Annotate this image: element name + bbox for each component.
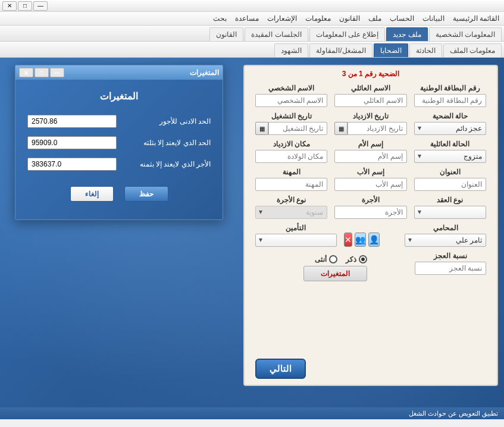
tab-accident[interactable]: الحادثة bbox=[409, 43, 442, 57]
tab-witnesses[interactable]: الشهود bbox=[274, 43, 308, 57]
label-fname: الاسم الشخصي bbox=[255, 84, 327, 92]
var-input-2[interactable] bbox=[27, 158, 117, 171]
tab-law[interactable]: القانون bbox=[209, 27, 243, 41]
input-wage[interactable] bbox=[334, 206, 406, 219]
input-mname[interactable] bbox=[334, 150, 406, 163]
dialog-max-button[interactable]: □ bbox=[35, 68, 49, 77]
label-wage: الأجرة bbox=[334, 196, 406, 204]
tab-victims[interactable]: الضحايا bbox=[374, 43, 408, 57]
input-bdate[interactable] bbox=[348, 122, 406, 135]
var-label-2: الأجر الذي لايعتد إلا بثمنه bbox=[124, 160, 211, 168]
label-disab: نسبة العجز bbox=[415, 252, 486, 260]
select-lawyer[interactable]: ثامر علي bbox=[405, 234, 486, 247]
menu-help[interactable]: مساعدة bbox=[235, 14, 259, 23]
tab-new-file[interactable]: ملف جديد bbox=[386, 27, 427, 41]
label-sdate: تاريخ التشغيل bbox=[255, 112, 327, 120]
statusbar: تطبيق التعويض عن حوادث الشغل bbox=[0, 407, 504, 419]
menu-account[interactable]: الحساب bbox=[390, 14, 414, 23]
input-job[interactable] bbox=[255, 178, 327, 191]
tab-employer[interactable]: المشغل/المقاولة bbox=[309, 43, 372, 57]
label-nid: رقم البطاقة الوطنية bbox=[414, 84, 486, 92]
label-addr: العنوان bbox=[414, 168, 486, 176]
radio-male[interactable]: ذكر bbox=[346, 255, 367, 263]
tab-personal-info[interactable]: المعلومات الشخصية bbox=[429, 27, 502, 41]
dialog-min-button[interactable]: — bbox=[50, 68, 64, 77]
workspace: الضحية رقم 1 من 3 رقم البطاقة الوطنية ال… bbox=[0, 58, 504, 419]
menu-data[interactable]: البيانات bbox=[422, 14, 444, 23]
dialog-heading: المتغيرات bbox=[27, 90, 211, 102]
input-fname[interactable] bbox=[255, 94, 327, 107]
input-lname[interactable] bbox=[334, 94, 406, 107]
select-ctype[interactable] bbox=[414, 206, 486, 219]
dialog-save-button[interactable]: حفظ bbox=[124, 186, 168, 202]
os-titlebar: — □ ✕ bbox=[0, 0, 504, 12]
add-user-icon[interactable]: 👤 bbox=[368, 233, 380, 247]
select-ins[interactable] bbox=[255, 234, 337, 247]
victim-form-panel: الضحية رقم 1 من 3 رقم البطاقة الوطنية ال… bbox=[243, 65, 498, 386]
label-lname: الاسم العائلي bbox=[334, 84, 406, 92]
input-faname[interactable] bbox=[334, 178, 406, 191]
menu-file[interactable]: ملف bbox=[368, 14, 381, 23]
os-max-button[interactable]: □ bbox=[18, 1, 32, 11]
variables-dialog: المتغيرات — □ ✕ المتغيرات الحد الادنى لل… bbox=[15, 65, 223, 220]
input-disab[interactable] bbox=[415, 262, 486, 275]
label-bdate: تاريخ الازدياد bbox=[334, 112, 406, 120]
input-addr[interactable] bbox=[414, 178, 486, 191]
label-mstate: الحالة العائلية bbox=[414, 140, 486, 148]
variables-button[interactable]: المتغيرات bbox=[303, 266, 367, 281]
panel-title: الضحية رقم 1 من 3 bbox=[255, 70, 486, 78]
calendar-icon[interactable]: ▦ bbox=[334, 122, 348, 135]
input-sdate[interactable] bbox=[268, 122, 327, 135]
label-lawyer: المحامي bbox=[405, 224, 486, 232]
var-input-1[interactable] bbox=[27, 136, 117, 149]
select-wtype[interactable]: سنوية bbox=[255, 206, 327, 219]
select-mstate[interactable]: متزوج bbox=[414, 150, 486, 163]
delete-icon[interactable]: ✕ bbox=[344, 233, 352, 247]
label-ins: التأمين bbox=[255, 224, 337, 232]
var-label-0: الحد الادنى للأجور bbox=[124, 117, 211, 125]
menu-search[interactable]: بحث bbox=[213, 14, 227, 23]
label-bplace: مكان الازدياد bbox=[255, 140, 327, 148]
tab-view-info[interactable]: إطلاع على المعلومات bbox=[309, 27, 386, 41]
label-vstate: حالة الضحية bbox=[414, 112, 486, 120]
menu-notifications[interactable]: الإشعارات bbox=[267, 14, 297, 23]
var-input-0[interactable] bbox=[27, 115, 117, 128]
label-ctype: نوع العقد bbox=[414, 196, 486, 204]
label-faname: إسم الأب bbox=[334, 168, 406, 176]
select-vstate[interactable]: عجز دائم bbox=[414, 122, 486, 135]
radio-female[interactable]: أنثى bbox=[315, 255, 337, 263]
secondary-tabs: معلومات الملف الحادثة الضحايا المشغل/الم… bbox=[0, 42, 504, 58]
label-wtype: نوع الأجرة bbox=[255, 196, 327, 204]
calendar-icon[interactable]: ▦ bbox=[255, 122, 268, 135]
dialog-title-text: المتغيرات bbox=[190, 68, 219, 77]
menu-info[interactable]: معلومات bbox=[305, 14, 331, 23]
label-job: المهنة bbox=[255, 168, 327, 176]
os-min-button[interactable]: — bbox=[33, 1, 48, 11]
var-label-1: الحد الذي لايعتد إلا بثلثه bbox=[124, 139, 211, 147]
input-nid[interactable] bbox=[414, 94, 486, 107]
dialog-cancel-button[interactable]: إلغاء bbox=[70, 186, 114, 202]
next-button[interactable]: التالي bbox=[255, 359, 306, 379]
label-mname: إسم الأم bbox=[334, 140, 406, 148]
dialog-titlebar: المتغيرات — □ ✕ bbox=[15, 65, 223, 80]
tab-sessions[interactable]: الجلسات المقيدة bbox=[245, 27, 308, 41]
tab-file-info[interactable]: معلومات الملف bbox=[443, 43, 502, 57]
dialog-close-button[interactable]: ✕ bbox=[19, 68, 33, 77]
input-bplace[interactable] bbox=[255, 150, 327, 163]
menu-home[interactable]: القائمة الرئيسية bbox=[453, 14, 499, 23]
primary-tabs: المعلومات الشخصية ملف جديد إطلاع على الم… bbox=[0, 26, 504, 42]
os-close-button[interactable]: ✕ bbox=[2, 1, 17, 11]
gender-radio-group: ذكر أنثى bbox=[255, 255, 367, 263]
menubar: القائمة الرئيسية البيانات الحساب ملف الق… bbox=[0, 12, 504, 26]
user-list-icon[interactable]: 👥 bbox=[355, 233, 366, 247]
menu-law[interactable]: القانون bbox=[339, 14, 360, 23]
